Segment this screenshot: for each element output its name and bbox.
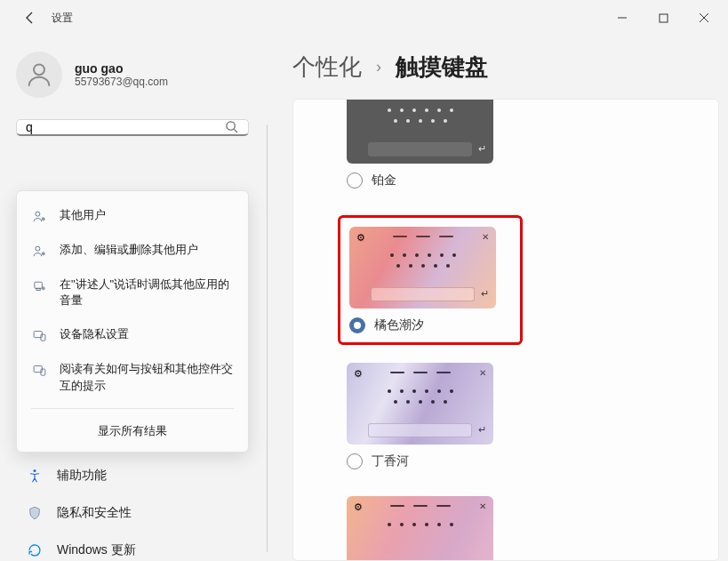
svg-rect-14 (36, 288, 39, 290)
nav-item-privacy[interactable]: 隐私和安全性 (16, 495, 252, 531)
search-result-add-edit-users[interactable]: 添加、编辑或删除其他用户 (17, 233, 248, 268)
nav-label: 隐私和安全性 (57, 505, 132, 521)
theme-label: 丁香河 (372, 453, 409, 469)
svg-rect-13 (34, 282, 42, 288)
theme-option-tangerine[interactable]: ⚙ ✕ ↵ 橘色潮汐 (349, 227, 506, 333)
theme-label: 橘色潮汐 (374, 317, 424, 333)
svg-point-3 (227, 122, 235, 130)
back-button[interactable] (20, 7, 41, 28)
user-email: 55793673@qq.com (75, 76, 168, 88)
user-block[interactable]: guo gao 55793673@qq.com (16, 52, 252, 98)
theme-option-platinum[interactable]: ✕ ↵ 铂金 (347, 99, 718, 188)
window-title: 设置 (52, 11, 73, 26)
close-button[interactable] (684, 2, 724, 34)
nav-item-accessibility[interactable]: 辅助功能 (16, 458, 252, 493)
nav-label: Windows 更新 (57, 542, 136, 558)
menu-icon: ⚙ (356, 232, 365, 244)
close-icon: ✕ (479, 368, 486, 378)
search-box[interactable] (16, 119, 249, 136)
sidebar: guo gao 55793673@qq.com 其他用户 添加、编辑或删除其他用… (0, 36, 267, 561)
keyboard-preview: ⚙ ✕ ↵ (349, 227, 496, 309)
narrator-icon (31, 277, 47, 293)
radio-platinum[interactable] (347, 172, 363, 188)
enter-icon: ↵ (478, 143, 486, 155)
radio-tangerine[interactable] (349, 317, 365, 333)
enter-icon: ↵ (481, 288, 489, 300)
minimize-button[interactable] (602, 2, 643, 34)
search-icon (225, 120, 239, 134)
search-result-control-tips[interactable]: 阅读有关如何与按钮和其他控件交互的提示 (17, 352, 248, 402)
theme-panel: ✕ ↵ 铂金 ⚙ (292, 99, 719, 561)
breadcrumb-parent[interactable]: 个性化 (292, 52, 362, 83)
theme-option-lilac[interactable]: ⚙ ✕ ↵ 丁香河 (347, 363, 718, 469)
enter-icon: ↵ (478, 424, 486, 436)
svg-line-4 (234, 129, 237, 132)
search-result-device-privacy[interactable]: 设备隐私设置 (17, 317, 248, 352)
search-result-label: 其他用户 (60, 207, 106, 223)
nav-label: 辅助功能 (57, 468, 107, 484)
users-icon (31, 208, 47, 224)
shield-icon (27, 505, 43, 521)
devices-icon (31, 327, 47, 343)
theme-label: 铂金 (372, 172, 396, 188)
maximize-button[interactable] (643, 2, 684, 34)
users-plus-icon (31, 243, 47, 259)
accessibility-icon (27, 468, 43, 484)
search-input[interactable] (26, 120, 225, 134)
titlebar: 设置 (0, 0, 728, 36)
keyboard-preview: ⚙ ✕ (347, 496, 493, 561)
search-results-dropdown: 其他用户 添加、编辑或删除其他用户 在"讲述人"说话时调低其他应用的音量 设备隐… (16, 190, 249, 453)
page-title: 触摸键盘 (396, 52, 488, 83)
close-icon: ✕ (482, 232, 489, 242)
update-icon (27, 542, 43, 558)
nav-item-windows-update[interactable]: Windows 更新 (16, 533, 252, 561)
breadcrumb: 个性化 › 触摸键盘 (292, 52, 719, 83)
keyboard-preview: ⚙ ✕ ↵ (347, 363, 493, 445)
menu-icon: ⚙ (354, 368, 363, 380)
user-name: guo gao (75, 61, 168, 76)
show-all-results[interactable]: 显示所有结果 (17, 414, 248, 445)
search-result-other-users[interactable]: 其他用户 (17, 198, 248, 233)
theme-option-next[interactable]: ⚙ ✕ (347, 496, 718, 561)
theme-selected-highlight: ⚙ ✕ ↵ 橘色潮汐 (338, 215, 523, 345)
avatar (16, 52, 62, 98)
svg-point-2 (34, 64, 44, 75)
search-result-narrator-volume[interactable]: 在"讲述人"说话时调低其他应用的音量 (17, 268, 248, 317)
search-result-label: 阅读有关如何与按钮和其他控件交互的提示 (60, 361, 234, 393)
svg-point-5 (35, 212, 39, 216)
dropdown-separator (31, 408, 234, 409)
svg-point-9 (35, 246, 39, 251)
search-result-label: 添加、编辑或删除其他用户 (60, 242, 198, 258)
search-result-label: 在"讲述人"说话时调低其他应用的音量 (60, 276, 234, 309)
svg-point-26 (34, 469, 36, 472)
close-icon: ✕ (479, 501, 486, 511)
svg-rect-1 (660, 14, 668, 22)
main-content: 个性化 › 触摸键盘 ✕ ↵ 铂金 (268, 36, 728, 561)
keyboard-preview: ✕ ↵ (347, 99, 493, 164)
devices-icon (31, 362, 47, 378)
search-result-label: 设备隐私设置 (60, 326, 129, 342)
chevron-right-icon: › (376, 58, 381, 76)
menu-icon: ⚙ (354, 501, 363, 513)
radio-lilac[interactable] (347, 453, 363, 469)
